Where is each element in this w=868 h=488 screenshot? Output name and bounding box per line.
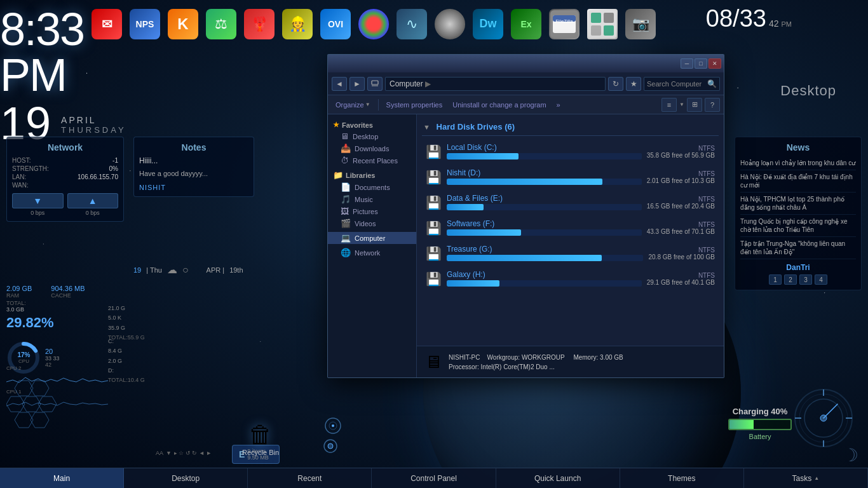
network-wan-label: WAN: [12,182,29,189]
battery-fill [729,420,754,429]
drive-info-3: Softwares (F:) [447,219,642,237]
drive-fs-4: NTFS [648,247,715,254]
down-arrow-icon: ▼ [33,196,42,206]
excel-icon[interactable]: Ex [508,6,544,42]
sidebar-item-network[interactable]: 🌐 Network [328,247,416,259]
sidebar-item-downloads[interactable]: 📥 Downloads [328,142,416,154]
news-item-3[interactable]: Trung Quốc bị nghi cấp công nghệ xe chờ … [740,215,856,237]
taskbar-control-panel-label: Control Panel [410,474,457,483]
sidebar-item-videos[interactable]: 🎬 Videos [328,217,416,229]
balance-icon[interactable]: ⚖ [203,6,239,42]
ovi-icon[interactable]: OVI [318,6,353,42]
drive-item-0[interactable]: 💾 Local Disk (C:) NTFS 35.8 GB free of 5… [422,140,719,164]
app9-icon[interactable]: ∿ [394,6,430,42]
c-drive-stat2: 5.0 K [108,313,145,323]
recycle-bin-label: Recycle Bin [235,449,286,456]
taskbar-tasks-arrow-icon: ▲ [814,475,819,481]
view-details-button[interactable]: ≡ [661,98,677,112]
libraries-header[interactable]: 📁 Libraries [328,169,416,181]
drive-item-1[interactable]: 💾 Nishit (D:) NTFS 2.01 GB free of 10.3 … [422,165,719,189]
worker-icon[interactable]: 👷 [280,6,315,42]
taskbar-tasks[interactable]: Tasks ▲ [744,468,868,488]
network-lan-label: LAN: [12,173,26,180]
codelobster-icon[interactable]: 🦞 [241,6,277,42]
back-button[interactable]: ◄ [332,77,347,91]
download-button[interactable]: ▼ [12,193,64,208]
recycle-bin[interactable]: 🗑 Recycle Bin [235,421,286,456]
explorer-footer: 🖥 NISHIT-PC Workgroup: WORKGROUP Memory:… [417,346,724,377]
system-properties-button[interactable]: System properties [383,98,447,112]
help-button[interactable]: ? [705,98,720,112]
address-breadcrumb: Computer [390,79,423,88]
network-strength-label: STRENGTH: [12,165,49,172]
taskbar-themes[interactable]: Themes [620,468,744,488]
c-drive-stat3: 35.9 G [108,323,145,333]
drive-item-2[interactable]: 💾 Data & Files (E:) NTFS 16.5 GB free of… [422,191,719,215]
mail-icon[interactable]: ✉ [89,6,125,42]
organize-button[interactable]: Organize ▼ [332,98,374,112]
news-page-1[interactable]: 1 [769,274,782,285]
favorites-header[interactable]: ★ Favorites [328,119,416,130]
drive-item-3[interactable]: 💾 Softwares (F:) NTFS 43.3 GB free of 70… [422,216,719,240]
disc-icon[interactable] [432,6,468,42]
sidebar-music-label: Music [355,196,373,203]
more-button[interactable]: » [553,98,564,112]
minimize-button[interactable]: ─ [681,58,693,69]
upload-button[interactable]: ▲ [67,193,119,208]
dw-icon[interactable]: Dw [470,6,506,42]
maximize-button[interactable]: □ [695,58,707,69]
news-item-4[interactable]: Tập trận Trung-Nga "không liên quan đến … [740,237,856,259]
gear-icon[interactable] [323,438,338,456]
pictures-sidebar-icon: 🖼 [341,207,349,216]
news-item-2[interactable]: Hà Nội, TPHCM lọt top 25 thành phố đắng … [740,193,856,215]
drive-item-5[interactable]: 💾 Galaxy (H:) NTFS 29.1 GB free of 40.1 … [422,267,719,291]
sidebar-item-desktop[interactable]: 🖥 Desktop [328,130,416,142]
filezilla-icon[interactable]: FileZilla [546,6,582,42]
taskbar-quick-launch[interactable]: Quick Launch [496,468,620,488]
taskbar-recent[interactable]: Recent [248,468,372,488]
news-title: News [740,142,856,152]
network-strength-value: 0% [109,165,118,172]
network-host-value: -1 [112,157,118,164]
taskbar-control-panel[interactable]: Control Panel [372,468,496,488]
svg-rect-7 [591,25,601,36]
taskbar-main[interactable]: Main [0,468,124,488]
circle-icon1[interactable] [324,417,342,437]
news-page-3[interactable]: 3 [799,274,812,285]
drive-item-4[interactable]: 💾 Treasure (G:) NTFS 20.8 GB free of 100… [422,241,719,266]
cpu-label: CPU [18,358,29,364]
news-page-2[interactable]: 2 [784,274,797,285]
battery-widget: Charging 40% Battery [728,407,792,440]
cache-value: 904.36 MB [51,285,85,292]
storage-total-value: 3.0 GB [6,306,26,313]
taskbar-desktop[interactable]: Desktop [124,468,248,488]
sidebar-item-recent[interactable]: ⏱ Recent Places [328,154,416,166]
uninstall-button[interactable]: Uninstall or change a program [449,98,550,112]
cpu-sep1: 33 [53,355,60,362]
drive-icon-2: 💾 [426,195,442,210]
up-button[interactable] [367,77,383,91]
sidebar-item-computer[interactable]: 💻 Computer [328,232,416,244]
libraries-label: Libraries [346,172,375,179]
app14-icon[interactable] [585,6,620,42]
pc-name-row: NISHIT-PC Workgroup: WORKGROUP Memory: 3… [449,353,623,362]
k-icon[interactable]: K [165,6,201,42]
news-page-4[interactable]: 4 [815,274,827,285]
sidebar-item-pictures[interactable]: 🖼 Pictures [328,205,416,217]
close-button[interactable]: ✕ [709,58,721,69]
svg-point-22 [328,444,333,449]
news-item-0[interactable]: Hoảng loạn vì chảy lớn trong khu dân cư [740,156,856,170]
refresh-button[interactable]: ↻ [608,77,623,91]
chrome-icon[interactable] [356,6,391,42]
news-item-1[interactable]: Hà Nội: Đề xuất địa điểm 7 khu tái định … [740,170,856,193]
prev-location-button[interactable]: ★ [626,77,641,91]
address-bar[interactable]: Computer ▶ [385,77,606,91]
camera-icon[interactable]: 📷 [623,6,658,42]
search-icon[interactable]: 🔍 [707,79,717,88]
nps-icon[interactable]: NPS [127,6,163,42]
sidebar-item-music[interactable]: 🎵 Music [328,193,416,205]
view-pane-button[interactable]: ⊞ [687,98,702,112]
svg-point-20 [332,424,334,427]
forward-button[interactable]: ► [349,77,365,91]
sidebar-item-documents[interactable]: 📄 Documents [328,181,416,193]
